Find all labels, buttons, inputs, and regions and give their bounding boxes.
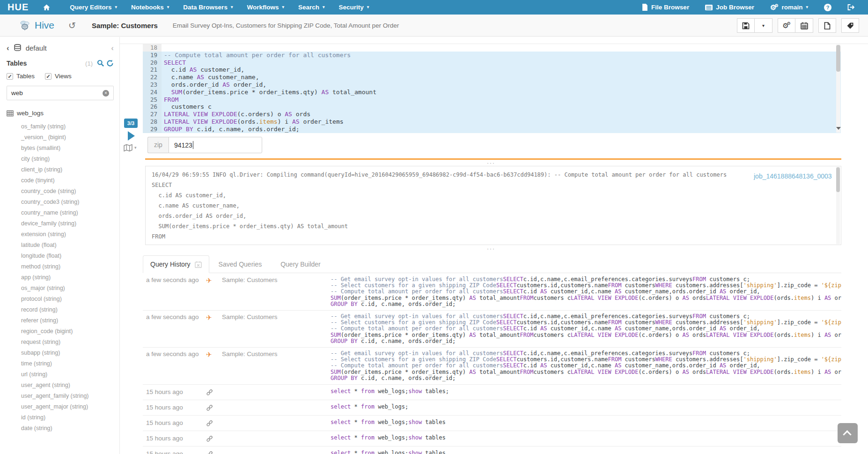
column-item[interactable]: os_family (string) bbox=[0, 121, 119, 132]
save-button[interactable] bbox=[737, 18, 755, 33]
query-title[interactable]: Sample: Customers bbox=[92, 22, 158, 30]
table-item-web-logs[interactable]: web_logs bbox=[0, 107, 119, 119]
hue-logo[interactable]: HUE bbox=[7, 2, 29, 13]
settings-button[interactable]: ⚙⚙ bbox=[778, 18, 795, 33]
back-chevron-icon[interactable]: ‹ bbox=[7, 44, 9, 52]
nav-security[interactable]: Security▾ bbox=[332, 0, 376, 15]
history-row[interactable]: 15 hours ago select * from web_logs;show… bbox=[143, 447, 841, 454]
nav-query-editors[interactable]: Query Editors▾ bbox=[63, 0, 124, 15]
database-icon[interactable] bbox=[14, 44, 22, 52]
tags-button[interactable] bbox=[841, 18, 859, 33]
history-row[interactable]: a few seconds ago ✈ Sample: Customers --… bbox=[143, 311, 841, 348]
column-item[interactable]: referer (string) bbox=[0, 315, 119, 326]
tables-count: (1) bbox=[85, 60, 93, 67]
column-item[interactable]: device_family (string) bbox=[0, 218, 119, 229]
editor-code: -- Compute total amount per order for al… bbox=[162, 44, 841, 133]
table-filter-input[interactable]: web × bbox=[7, 86, 114, 100]
editor-gutter[interactable]: 181920212223242526272829 bbox=[143, 44, 162, 133]
column-item[interactable]: subapp (string) bbox=[0, 348, 119, 358]
column-item[interactable]: user_agent_major (string) bbox=[0, 402, 119, 412]
editor-scrollbar-thumb[interactable] bbox=[836, 45, 840, 72]
tab-query-builder[interactable]: Query Builder bbox=[271, 256, 330, 273]
collapse-sidebar-icon[interactable]: ‹ bbox=[111, 44, 114, 52]
query-history-icon[interactable]: ↺ bbox=[68, 20, 76, 31]
column-item[interactable]: user_agent_family (string) bbox=[0, 391, 119, 402]
column-item[interactable]: code (tinyint) bbox=[0, 175, 119, 186]
column-item[interactable]: app (string) bbox=[0, 272, 119, 283]
scroll-to-top-button[interactable] bbox=[838, 423, 858, 443]
nav-user-menu[interactable]: ⚙⚙ romain ▾ bbox=[765, 0, 814, 15]
tab-query-history[interactable]: Query History bbox=[143, 255, 209, 273]
resize-gripper[interactable]: ··· bbox=[487, 246, 495, 252]
help-button[interactable]: ? bbox=[818, 0, 837, 15]
history-row[interactable]: 15 hours ago select * from web_logs;show… bbox=[143, 431, 841, 447]
logout-button[interactable] bbox=[842, 0, 861, 15]
column-item[interactable]: date (string) bbox=[0, 423, 119, 434]
history-row[interactable]: 15 hours ago select * from web_logs; bbox=[143, 400, 841, 416]
hive-app-link[interactable]: Hive bbox=[19, 19, 54, 31]
column-item[interactable]: country_name (string) bbox=[0, 208, 119, 218]
column-item[interactable]: time (string) bbox=[0, 358, 119, 369]
log-line: 16/04/29 06:59:55 INFO ql.Driver: Compil… bbox=[152, 170, 841, 180]
history-time: 15 hours ago bbox=[143, 388, 206, 396]
history-row[interactable]: 15 hours ago select * from web_logs;show… bbox=[143, 416, 841, 431]
clear-filter-icon[interactable]: × bbox=[103, 90, 109, 97]
column-item[interactable]: country_code3 (string) bbox=[0, 197, 119, 208]
column-item[interactable]: latitude (float) bbox=[0, 240, 119, 251]
column-item[interactable]: client_ip (string) bbox=[0, 164, 119, 175]
nav-notebooks[interactable]: Notebooks▾ bbox=[124, 0, 176, 15]
column-item[interactable]: bytes (smallint) bbox=[0, 143, 119, 154]
log-scrollbar-thumb[interactable] bbox=[836, 167, 840, 192]
log-line: c.id AS customer_id, bbox=[152, 190, 841, 201]
query-log-panel[interactable]: 16/04/29 06:59:55 INFO ql.Driver: Compil… bbox=[145, 166, 841, 245]
checkbox-check-icon: ✓ bbox=[7, 73, 13, 80]
column-item[interactable]: id (string) bbox=[0, 412, 119, 423]
history-row[interactable]: a few seconds ago ✈ Sample: Customers --… bbox=[143, 274, 841, 311]
log-line: ords.order_id AS order_id, bbox=[152, 211, 841, 221]
column-item[interactable]: longitude (float) bbox=[0, 251, 119, 261]
home-icon[interactable] bbox=[43, 4, 51, 11]
column-item[interactable]: user_agent (string) bbox=[0, 380, 119, 391]
filter-tables-checkbox[interactable]: ✓ Tables bbox=[7, 73, 35, 80]
nav-job-browser[interactable]: Job Browser bbox=[699, 0, 760, 15]
assist-sidebar: ‹ default ‹ Tables (1) ✓ Tables ✓ Views … bbox=[0, 37, 119, 454]
history-row[interactable]: 15 hours ago select * from web_logs;show… bbox=[143, 385, 841, 400]
column-item[interactable]: region_code (bigint) bbox=[0, 326, 119, 337]
history-query-text: select * from web_logs;show tables bbox=[331, 419, 841, 427]
column-item[interactable]: extension (string) bbox=[0, 229, 119, 240]
tab-saved-queries[interactable]: Saved Queries bbox=[209, 256, 272, 273]
schedule-button[interactable] bbox=[795, 18, 813, 33]
filter-views-checkbox[interactable]: ✓ Views bbox=[45, 73, 72, 80]
column-item[interactable]: url (string) bbox=[0, 369, 119, 380]
column-item[interactable]: city (string) bbox=[0, 154, 119, 164]
column-item[interactable]: request (string) bbox=[0, 337, 119, 348]
variable-zip-input[interactable]: 94123 bbox=[169, 137, 262, 153]
history-query-text: -- Get email survey opt-in values for al… bbox=[331, 350, 841, 381]
history-query-name bbox=[222, 388, 331, 396]
column-item[interactable]: os_major (string) bbox=[0, 283, 119, 294]
resize-gripper[interactable]: ··· bbox=[487, 160, 495, 166]
save-dropdown-button[interactable]: ▾ bbox=[755, 18, 772, 33]
editor-scroll-down-icon[interactable] bbox=[836, 127, 841, 130]
column-item[interactable]: record (string) bbox=[0, 305, 119, 315]
refresh-icon[interactable] bbox=[106, 60, 114, 67]
sql-editor[interactable]: 181920212223242526272829 -- Compute tota… bbox=[143, 44, 841, 133]
history-row[interactable]: a few seconds ago ✈ Sample: Customers --… bbox=[143, 348, 841, 385]
search-icon[interactable] bbox=[97, 60, 104, 67]
column-item[interactable]: country_code (string) bbox=[0, 186, 119, 197]
nav-data-browsers[interactable]: Data Browsers▾ bbox=[176, 0, 240, 15]
nav-file-browser[interactable]: File Browser bbox=[636, 0, 695, 15]
column-item[interactable]: protocol (string) bbox=[0, 294, 119, 305]
execute-button[interactable] bbox=[128, 131, 135, 141]
nav-workflows[interactable]: Workflows▾ bbox=[240, 0, 291, 15]
nav-search[interactable]: Search▾ bbox=[291, 0, 332, 15]
job-link[interactable]: job_1461888648136_0003 bbox=[750, 171, 836, 182]
editor-options-dropdown[interactable]: ▾ bbox=[124, 144, 137, 152]
new-query-button[interactable] bbox=[818, 18, 836, 33]
database-name[interactable]: default bbox=[26, 44, 47, 52]
column-item[interactable]: method (string) bbox=[0, 261, 119, 272]
sidebar-divider bbox=[119, 37, 120, 454]
history-query-name bbox=[222, 419, 331, 427]
history-query-text: -- Get email survey opt-in values for al… bbox=[331, 313, 841, 344]
column-item[interactable]: _version_ (bigint) bbox=[0, 132, 119, 143]
